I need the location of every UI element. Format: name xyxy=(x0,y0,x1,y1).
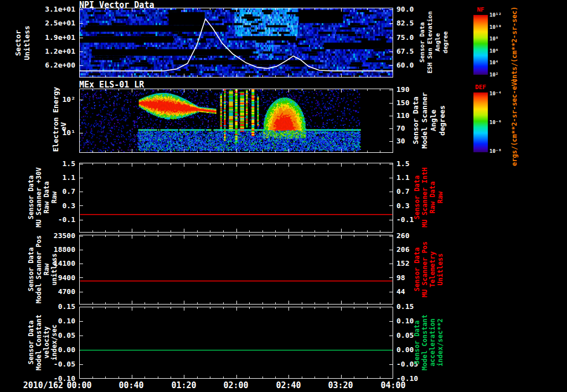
colorbar-tick-label: 10² xyxy=(489,72,498,78)
y-tick-label: 1.5 xyxy=(396,160,409,168)
y-tick-label: 0.7 xyxy=(396,188,409,195)
axis-label-line: Sensor Data xyxy=(414,287,421,392)
y-tick-label: 0.05 xyxy=(396,332,414,339)
y-tick-label: 150 xyxy=(396,99,409,107)
colorbar-tick-label: 10¹⁰ xyxy=(489,24,502,30)
y-tick-label: 90.0 xyxy=(396,6,414,13)
y-tick-label: 152 xyxy=(396,260,409,267)
colorbar-tick-label: 10⁻⁸ xyxy=(489,148,502,154)
y-tick-label: 260 xyxy=(396,232,409,240)
axis-label-line: index/sec xyxy=(51,287,58,392)
axis-label-line: Model Constant xyxy=(421,287,429,392)
y-tick-label: -0.1 xyxy=(396,216,414,224)
axis-label-line: Model Constant xyxy=(35,287,43,392)
colorbar-units-label: ergs/(cm**2-sr-sec-eV) xyxy=(511,67,518,178)
model-constant-line-canvas xyxy=(79,307,393,379)
colorbar-title: DEF xyxy=(471,84,490,91)
y-tick-label: 1.9e+01 xyxy=(31,34,75,42)
mu-scanner-line-canvas xyxy=(79,163,393,233)
axis-label-line: Unitless xyxy=(23,0,30,99)
x-tick-label: 01:20 xyxy=(166,381,202,390)
y-tick-label: 0.15 xyxy=(396,303,414,311)
y-tick-label: 44 xyxy=(396,288,405,296)
y-tick-label: 75.0 xyxy=(396,34,414,42)
x-tick-label: 02:40 xyxy=(271,381,306,390)
colorbar-tick-label: 10⁸ xyxy=(489,36,498,42)
axis-label-line: index/sec**2 xyxy=(437,287,444,392)
y-tick-label: 0.3 xyxy=(396,202,409,210)
x-tick-label: 02:00 xyxy=(218,381,254,390)
y-tick-label: 82.5 xyxy=(396,19,414,27)
axis-label-line: acceleration xyxy=(429,287,436,392)
panel2-title: MEx ELS-01 LR xyxy=(79,80,144,89)
colorbar-tick-label: 10¹² xyxy=(489,12,502,18)
y-tick-label: 190 xyxy=(396,86,409,94)
y-tick-label: 1.2e+01 xyxy=(31,48,75,55)
y-tick-label: 30 xyxy=(396,137,405,145)
x-tick-label: 03:20 xyxy=(323,381,358,390)
y-tick-label: 110 xyxy=(396,112,409,120)
colorbar-tick-label: 10⁴ xyxy=(489,60,498,65)
y-tick-label: 206 xyxy=(396,246,409,254)
colorbar xyxy=(473,92,488,152)
x-tick-label: 04:00 xyxy=(375,381,411,390)
axis-label-line: velocity xyxy=(43,287,50,392)
npi-spectrogram-canvas xyxy=(79,8,393,78)
plot-window: { "x_axis": { "date": "2010/162", "ticks… xyxy=(0,0,567,392)
colorbar xyxy=(473,15,488,75)
y-tick-label: 70 xyxy=(396,125,405,132)
y-tick-label: 98 xyxy=(396,274,405,282)
els-spectrogram-canvas xyxy=(79,89,393,153)
y-tick-label: 0.10 xyxy=(396,317,414,325)
y-tick-label: 0.00 xyxy=(396,346,414,354)
scanner-pos-line-canvas xyxy=(79,235,393,305)
y-tick-label: 3.1e+01 xyxy=(31,6,75,13)
colorbar-title: NF xyxy=(471,7,490,13)
axis-label-line: Sensor Data xyxy=(28,287,35,392)
y-tick-label: 67.5 xyxy=(396,48,414,55)
x-tick-label: 00:00 xyxy=(61,381,97,390)
y-tick-label: 2.5e+01 xyxy=(31,19,75,27)
colorbar-tick-label: 10⁻⁶ xyxy=(489,120,502,125)
axis-label-line: Sector xyxy=(14,0,22,99)
colorbar-tick-label: 10⁻⁴ xyxy=(489,91,502,96)
x-axis-date: 2010/162 xyxy=(17,381,63,390)
x-tick-label: 00:40 xyxy=(114,381,149,390)
colorbar-tick-label: 10⁶ xyxy=(489,48,498,54)
y-tick-label: 1.1 xyxy=(396,174,409,182)
